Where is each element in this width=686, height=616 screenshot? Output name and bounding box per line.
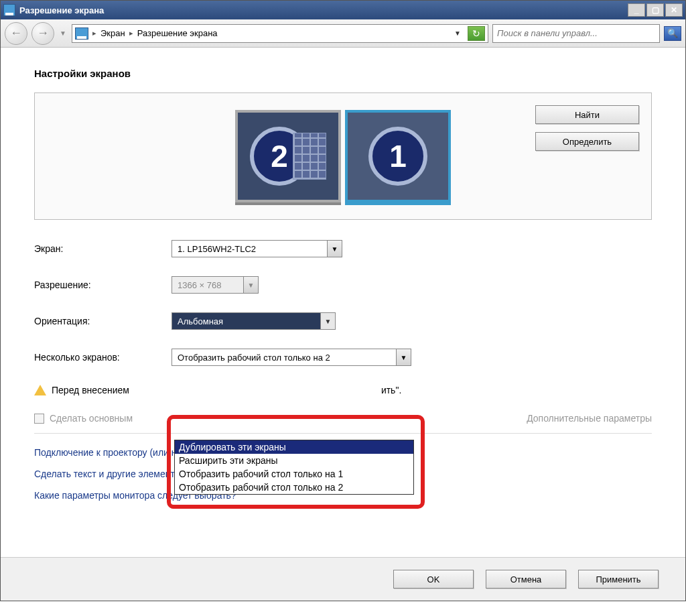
multiple-displays-value: Отобразить рабочий стол только на 2 — [172, 353, 396, 363]
breadcrumb-root[interactable]: Экран — [100, 28, 125, 38]
warning-text-prefix: Перед внесением — [52, 385, 129, 395]
back-button[interactable]: ← — [5, 22, 27, 45]
refresh-button[interactable]: ↻ — [468, 26, 485, 41]
breadcrumb-dropdown[interactable]: ▼ — [452, 29, 464, 37]
display-preview-area: Найти Определить 2 1 — [34, 93, 652, 220]
multiple-displays-combo[interactable]: Отобразить рабочий стол только на 2 ▼ — [172, 349, 411, 366]
warning-text-suffix: ить". — [381, 385, 401, 395]
window-title: Разрешение экрана — [19, 5, 628, 15]
close-button[interactable]: ✕ — [665, 3, 683, 17]
chevron-right-icon: ▸ — [92, 29, 96, 38]
arrow-right-icon: → — [37, 26, 49, 40]
make-primary-label: Сделать основным — [50, 413, 133, 424]
content-area: Настройки экранов Найти Определить 2 1 — [1, 48, 685, 557]
dropdown-option[interactable]: Отобразить рабочий стол только на 1 — [175, 467, 413, 481]
warning-icon — [34, 385, 46, 395]
warning-row: Перед внесением ить". — [34, 385, 652, 395]
maximize-button[interactable]: ▢ — [646, 3, 664, 17]
chevron-down-icon: ▼ — [327, 241, 342, 257]
footer-buttons: OK Отмена Применить — [1, 557, 685, 601]
search-box[interactable] — [492, 24, 660, 43]
orientation-value: Альбомная — [172, 316, 320, 326]
monitor-icons: 2 1 — [235, 110, 451, 202]
chevron-down-icon: ▼ — [396, 349, 411, 365]
resolution-combo[interactable]: 1366 × 768 ▼ — [172, 276, 259, 294]
separator — [34, 433, 652, 434]
chevron-right-icon: ▸ — [129, 29, 133, 38]
find-button[interactable]: Найти — [535, 105, 639, 124]
forward-button[interactable]: → — [31, 22, 54, 45]
minimize-button[interactable]: _ — [628, 3, 645, 17]
control-panel-window: Разрешение экрана _ ▢ ✕ ← → ▼ ▸ Экран ▸ … — [0, 0, 686, 601]
search-icon: 🔍 — [667, 28, 678, 38]
display-icon — [75, 27, 88, 40]
multiple-displays-dropdown: Дублировать эти экраны Расширить эти экр… — [174, 440, 414, 495]
ok-button[interactable]: OK — [393, 570, 474, 589]
page-heading: Настройки экранов — [34, 68, 652, 79]
chevron-down-icon: ▼ — [320, 313, 335, 329]
monitor-1[interactable]: 1 — [345, 110, 451, 202]
nav-history-dropdown[interactable]: ▼ — [58, 23, 68, 44]
monitor-1-number: 1 — [368, 127, 427, 186]
display-label: Экран: — [34, 243, 172, 254]
display-combo[interactable]: 1. LP156WH2-TLC2 ▼ — [172, 240, 342, 257]
make-primary-checkbox — [34, 414, 44, 424]
display-value: 1. LP156WH2-TLC2 — [172, 244, 327, 254]
orientation-combo[interactable]: Альбомная ▼ — [172, 312, 336, 330]
resolution-label: Разрешение: — [34, 280, 172, 290]
cancel-button[interactable]: Отмена — [486, 570, 566, 589]
dropdown-option[interactable]: Дублировать эти экраны — [175, 440, 413, 454]
chevron-down-icon: ▼ — [243, 277, 258, 293]
dropdown-option[interactable]: Отобразить рабочий стол только на 2 — [175, 481, 413, 494]
apply-button[interactable]: Применить — [578, 570, 659, 589]
identify-button[interactable]: Определить — [535, 132, 639, 151]
display-settings-icon — [3, 4, 15, 16]
resolution-value: 1366 × 768 — [172, 280, 243, 290]
dropdown-option[interactable]: Расширить эти экраны — [175, 454, 413, 467]
monitor-2[interactable]: 2 — [235, 110, 341, 202]
search-input[interactable] — [496, 27, 657, 39]
calendar-overlay-icon — [293, 133, 326, 180]
multiple-displays-label: Несколько экранов: — [34, 352, 172, 363]
titlebar: Разрешение экрана _ ▢ ✕ — [1, 1, 685, 19]
arrow-left-icon: ← — [10, 26, 22, 40]
orientation-label: Ориентация: — [34, 316, 172, 326]
refresh-icon: ↻ — [472, 28, 480, 39]
breadcrumb-bar[interactable]: ▸ Экран ▸ Разрешение экрана ▼ ↻ — [72, 24, 488, 43]
search-button[interactable]: 🔍 — [664, 26, 681, 41]
breadcrumb-current[interactable]: Разрешение экрана — [137, 28, 218, 38]
nav-toolbar: ← → ▼ ▸ Экран ▸ Разрешение экрана ▼ ↻ 🔍 — [1, 19, 685, 48]
